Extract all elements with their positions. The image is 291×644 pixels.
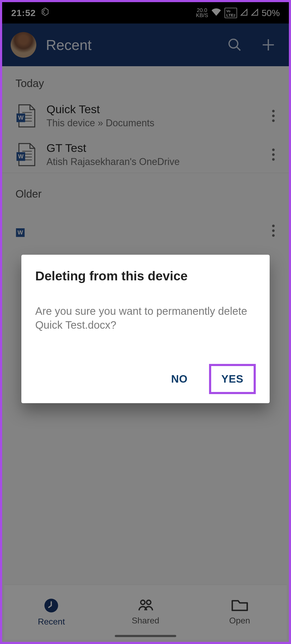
dialog-message: Are you sure you want to permanently del…: [35, 304, 256, 332]
dialog-title: Deleting from this device: [35, 269, 256, 283]
dialog-no-button[interactable]: NO: [161, 366, 198, 392]
dialog-yes-button[interactable]: YES: [209, 364, 256, 394]
delete-confirm-dialog: Deleting from this device Are you sure y…: [21, 255, 270, 403]
